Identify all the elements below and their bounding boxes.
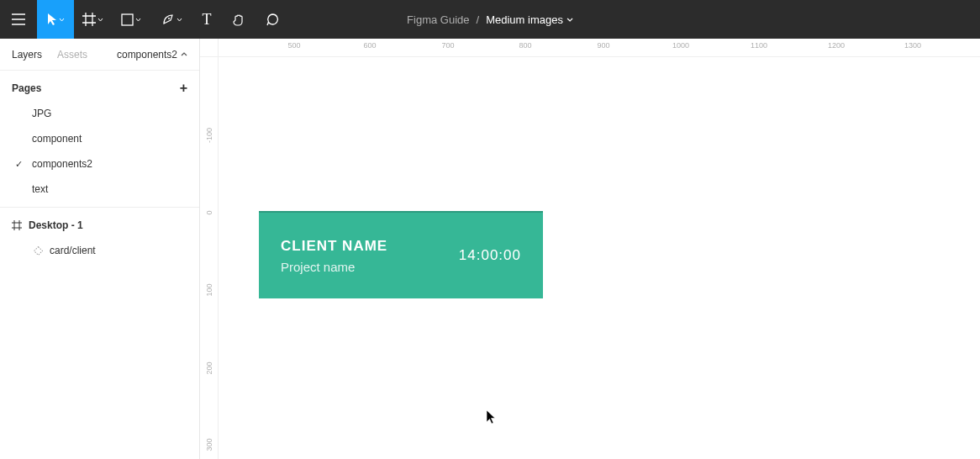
svg-point-1: [168, 18, 170, 19]
card-time: 14:00:00: [459, 247, 521, 264]
document-title[interactable]: Figma Guide / Medium images: [407, 13, 573, 26]
chevron-down-icon: [566, 18, 573, 22]
page-item-components2[interactable]: components2: [0, 151, 199, 177]
component-instance-icon: [34, 246, 43, 256]
page-item-jpg[interactable]: JPG: [0, 101, 199, 126]
pages-label: Pages: [12, 82, 41, 94]
comment-tool-button[interactable]: [256, 0, 289, 39]
sidebar-tabs: Layers Assets components2: [0, 39, 199, 71]
card-client-component[interactable]: CLIENT NAME Project name 14:00:00: [259, 211, 543, 298]
hand-tool-button[interactable]: [222, 0, 256, 39]
tab-assets[interactable]: Assets: [57, 49, 87, 61]
page-select-dropdown[interactable]: components2: [117, 49, 187, 61]
canvas[interactable]: 500 600 700 800 900 1000 1100 1200 1300 …: [200, 39, 980, 459]
add-page-button[interactable]: +: [180, 81, 187, 96]
page-item-component[interactable]: component: [0, 126, 199, 151]
tab-layers[interactable]: Layers: [12, 49, 42, 61]
svg-rect-2: [34, 246, 43, 255]
mouse-cursor-icon: [486, 409, 496, 425]
sidebar-divider: [0, 207, 199, 208]
text-tool-button[interactable]: T: [192, 0, 222, 39]
breadcrumb-separator: /: [477, 13, 480, 26]
chevron-up-icon: [181, 52, 187, 56]
frame-icon: [12, 220, 22, 230]
vertical-ruler: -100 0 100 200 300: [200, 57, 219, 459]
pages-header: Pages +: [0, 71, 199, 101]
move-tool-button[interactable]: [37, 0, 74, 39]
doc-parent-label: Figma Guide: [407, 13, 469, 26]
card-project-name: Project name: [281, 260, 387, 274]
doc-name-label[interactable]: Medium images: [486, 13, 573, 26]
top-toolbar: T Figma Guide / Medium images: [0, 0, 980, 39]
pen-tool-button[interactable]: [151, 0, 192, 39]
main-menu-button[interactable]: [0, 0, 37, 39]
card-client-name: CLIENT NAME: [281, 238, 387, 255]
frame-tool-button[interactable]: [74, 0, 111, 39]
svg-rect-0: [122, 14, 133, 25]
horizontal-ruler: 500 600 700 800 900 1000 1100 1200 1300 …: [219, 39, 980, 57]
shape-tool-button[interactable]: [111, 0, 151, 39]
layer-item-card-client[interactable]: card/client: [0, 238, 199, 263]
frame-item-desktop-1[interactable]: Desktop - 1: [0, 213, 199, 238]
page-item-text[interactable]: text: [0, 177, 199, 202]
left-sidebar: Layers Assets components2 Pages + JPG co…: [0, 39, 200, 459]
ruler-corner: [200, 39, 219, 57]
